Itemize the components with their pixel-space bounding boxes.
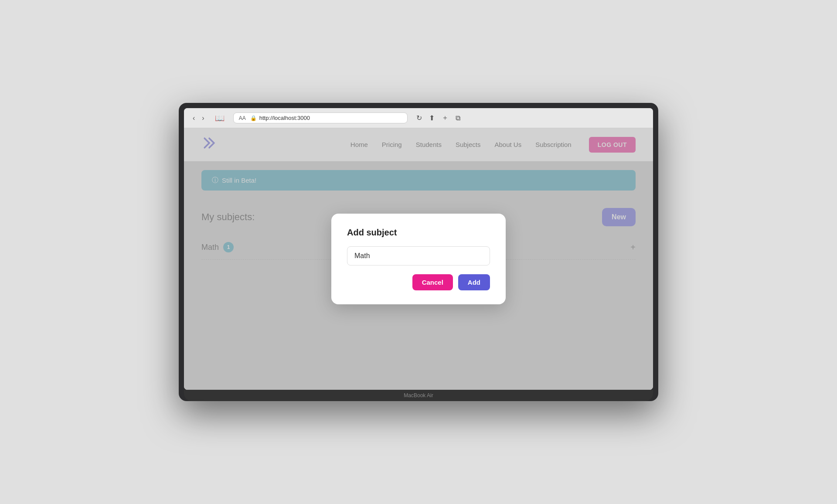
forward-button[interactable]: ›: [200, 113, 206, 123]
macbook-label: MacBook Air: [184, 390, 653, 401]
reload-button[interactable]: ↻: [416, 114, 422, 122]
browser-toolbar: ‹ › 📖 AA 🔒 http://localhost:3000 ↻ ⬆ ＋ ⧉: [184, 108, 653, 128]
tabs-button[interactable]: ⧉: [456, 114, 460, 122]
modal-actions: Cancel Add: [347, 274, 490, 290]
back-button[interactable]: ‹: [191, 113, 197, 123]
modal-title: Add subject: [347, 228, 490, 238]
aa-label: AA: [239, 115, 246, 121]
url-text: http://localhost:3000: [259, 115, 310, 121]
cancel-button[interactable]: Cancel: [412, 274, 453, 290]
url-bar[interactable]: AA 🔒 http://localhost:3000: [233, 112, 408, 123]
modal-overlay: Add subject Cancel Add: [184, 128, 653, 390]
laptop-screen: ‹ › 📖 AA 🔒 http://localhost:3000 ↻ ⬆ ＋ ⧉: [184, 108, 653, 390]
subject-name-input[interactable]: [347, 246, 490, 266]
web-content: Home Pricing Students Subjects About Us …: [184, 128, 653, 390]
add-subject-button[interactable]: Add: [458, 274, 490, 290]
new-tab-button[interactable]: ＋: [442, 113, 449, 123]
browser-actions: ↻ ⬆ ＋ ⧉: [416, 113, 460, 123]
reader-mode-icon: 📖: [215, 113, 225, 123]
laptop-frame: ‹ › 📖 AA 🔒 http://localhost:3000 ↻ ⬆ ＋ ⧉: [179, 103, 658, 401]
browser-nav: ‹ ›: [191, 113, 206, 123]
lock-icon: 🔒: [250, 115, 257, 121]
share-button[interactable]: ⬆: [429, 114, 435, 122]
add-subject-modal: Add subject Cancel Add: [331, 214, 506, 304]
